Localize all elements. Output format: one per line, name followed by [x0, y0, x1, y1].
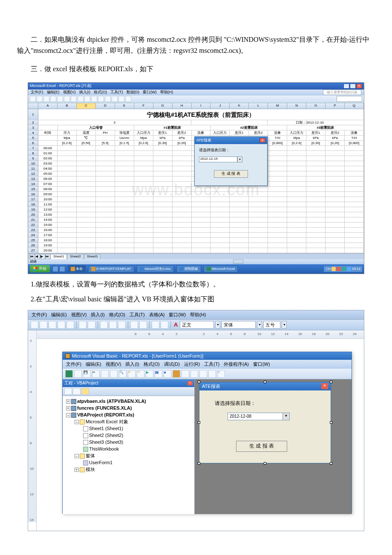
- chart-icon[interactable]: [118, 96, 124, 102]
- redo-icon[interactable]: ↷: [137, 370, 144, 378]
- run-icon[interactable]: ▶: [146, 370, 153, 378]
- menu-insert[interactable]: 插入(I): [79, 90, 91, 95]
- wmenu-help[interactable]: 帮助(H): [190, 312, 206, 318]
- sort-desc-icon[interactable]: [112, 96, 118, 102]
- object-browser-icon[interactable]: [199, 370, 207, 378]
- help-icon[interactable]: [125, 96, 131, 102]
- vmenu-file[interactable]: 文件(F): [66, 361, 81, 367]
- toolbox-icon[interactable]: [208, 370, 216, 378]
- dialog-generate-button[interactable]: 生 成 报 表: [214, 170, 248, 178]
- undo-icon[interactable]: ↶: [128, 370, 135, 378]
- close-button[interactable]: ×: [356, 84, 362, 89]
- print-icon[interactable]: [50, 96, 56, 102]
- expand-icon[interactable]: +: [66, 399, 70, 404]
- sheet-nav-next[interactable]: ▶: [40, 254, 45, 259]
- research-icon[interactable]: [88, 321, 95, 329]
- col-K[interactable]: K: [230, 103, 249, 109]
- print-icon[interactable]: [58, 321, 65, 329]
- resize-handle[interactable]: [198, 381, 200, 383]
- collapse-icon[interactable]: −: [75, 420, 79, 424]
- rowhdr[interactable]: 21: [28, 217, 38, 223]
- rowhdr[interactable]: 19: [28, 207, 38, 212]
- project-explorer-title[interactable]: 工程 - VBAProject ×: [63, 379, 194, 387]
- tree-item-userform1[interactable]: UserForm1: [89, 460, 112, 465]
- cut-icon[interactable]: [100, 321, 108, 329]
- style-dropdown[interactable]: ▼: [215, 321, 220, 329]
- rowhdr[interactable]: 15: [28, 187, 38, 192]
- task-item[interactable]: Microsoft Excel: [204, 266, 238, 272]
- font-dropdown[interactable]: ▼: [257, 321, 262, 329]
- style-A-icon[interactable]: A: [174, 321, 178, 328]
- col-I[interactable]: I: [192, 103, 211, 109]
- fontsize-select[interactable]: 五号: [263, 321, 280, 329]
- wmenu-insert[interactable]: 插入(I): [91, 312, 104, 318]
- save-icon[interactable]: [43, 96, 49, 102]
- open-icon[interactable]: [40, 321, 47, 329]
- sheet-nav-last[interactable]: ⏭: [45, 254, 50, 259]
- wmenu-window[interactable]: 窗口(W): [169, 312, 186, 318]
- cut-icon[interactable]: ✂: [92, 370, 100, 378]
- tree-item-atpvbaen[interactable]: atpvbaen.xls (ATPVBAEN.XLA): [77, 399, 146, 404]
- reset-icon[interactable]: ■: [164, 370, 171, 378]
- resize-handle[interactable]: [330, 462, 332, 465]
- start-button[interactable]: 开始: [30, 265, 50, 272]
- menu-file[interactable]: 文件(F): [31, 90, 43, 95]
- tree-item-sheet2[interactable]: Sheet2 (Sheet2): [89, 433, 123, 438]
- vmenu-window[interactable]: 窗口(W): [253, 361, 270, 367]
- style-select[interactable]: 正文: [180, 321, 214, 329]
- sort-asc-icon[interactable]: [105, 96, 111, 102]
- dialog-date-input[interactable]: 2012-12-15: [199, 156, 237, 162]
- spell-icon[interactable]: [64, 96, 70, 102]
- wmenu-file[interactable]: 文件(F): [32, 312, 47, 318]
- menu-tools[interactable]: 工具(T): [110, 90, 123, 95]
- vmenu-view[interactable]: 视图(V): [106, 361, 121, 367]
- task-item[interactable]: intouch历史d.doc: [137, 265, 174, 272]
- paste-icon[interactable]: [110, 370, 118, 378]
- menu-window[interactable]: 窗口(W): [143, 90, 157, 95]
- help-search-box[interactable]: 键入需要帮助的问题: [323, 90, 361, 95]
- resize-handle[interactable]: [330, 421, 332, 424]
- menu-data[interactable]: 数据(D): [127, 90, 140, 95]
- rowhdr[interactable]: 11: [28, 166, 38, 171]
- rowhdr[interactable]: 10: [28, 161, 38, 166]
- vmenu-debug[interactable]: 调试(D): [164, 361, 180, 367]
- col-Q[interactable]: Q: [345, 103, 364, 109]
- col-L[interactable]: L: [249, 103, 268, 109]
- find-icon[interactable]: 🔍: [119, 370, 127, 378]
- break-icon[interactable]: ▮▮: [155, 370, 162, 378]
- redo-icon[interactable]: [139, 321, 147, 329]
- userform-date-input[interactable]: 2012-12-08: [228, 413, 283, 420]
- menu-help[interactable]: 帮助(H): [160, 90, 173, 95]
- resize-handle[interactable]: [264, 381, 266, 383]
- system-tray[interactable]: CH 20:12: [324, 266, 362, 272]
- wmenu-edit[interactable]: 编辑(E): [51, 312, 67, 318]
- view-object-button[interactable]: [73, 388, 81, 395]
- vmenu-tools[interactable]: 工具(T): [204, 361, 219, 367]
- col-J[interactable]: J: [210, 103, 230, 109]
- col-E[interactable]: E: [115, 103, 134, 109]
- rowhdr[interactable]: 8: [28, 151, 38, 156]
- vmenu-format[interactable]: 格式(O): [144, 361, 160, 367]
- select-all-corner[interactable]: [28, 103, 38, 109]
- vbe-window[interactable]: Microsoft Visual Basic - REPORT.xls - [U…: [62, 352, 352, 514]
- menu-format[interactable]: 格式(O): [94, 90, 107, 95]
- rowhdr[interactable]: 25: [28, 238, 38, 243]
- tab-sheet3[interactable]: Sheet3: [84, 254, 101, 259]
- userform-close-button[interactable]: ×: [321, 383, 328, 389]
- save-icon[interactable]: 💾: [83, 370, 91, 378]
- font-select[interactable]: 宋体: [222, 321, 256, 329]
- expand-icon[interactable]: +: [66, 406, 70, 410]
- tray-icon[interactable]: [337, 267, 341, 271]
- project-explorer-icon[interactable]: [182, 370, 189, 378]
- col-M[interactable]: M: [268, 103, 287, 109]
- paste-icon[interactable]: [118, 321, 126, 329]
- menu-view[interactable]: 视图(V): [63, 90, 76, 95]
- userform-designer[interactable]: ATE报表 × 请选择报表日期： 2012-12-08 ▼: [199, 382, 331, 463]
- rowhdr-4[interactable]: 4: [28, 130, 38, 136]
- userform-date-dropdown[interactable]: ▼: [283, 413, 290, 420]
- properties-icon[interactable]: [190, 370, 198, 378]
- task-item[interactable]: 未命: [68, 265, 86, 272]
- rowhdr[interactable]: 24: [28, 233, 38, 238]
- save-icon[interactable]: [49, 321, 56, 329]
- col-D[interactable]: D: [96, 103, 115, 109]
